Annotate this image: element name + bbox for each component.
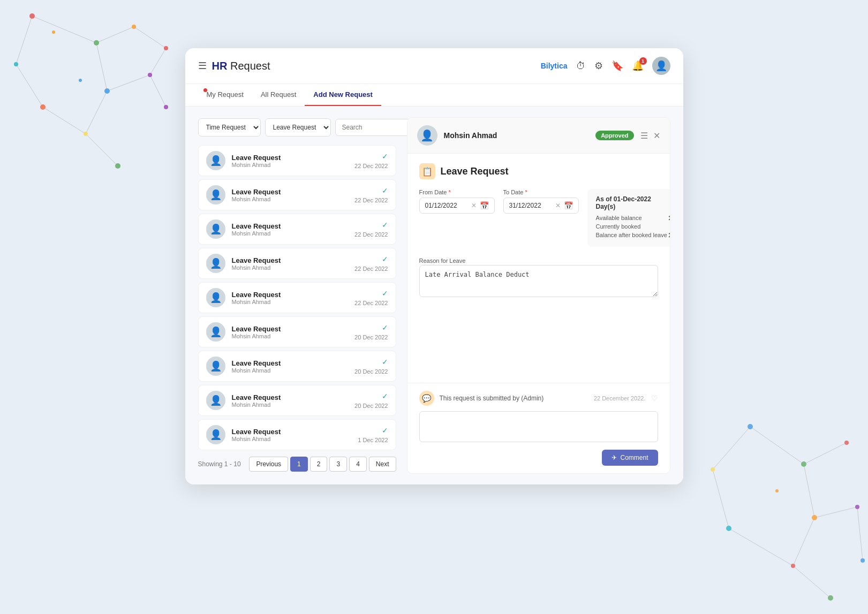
notification-badge: 1 [639, 57, 647, 65]
page-1-button[interactable]: 1 [290, 457, 308, 472]
request-item[interactable]: 👤 Leave Request Mohsin Ahmad ✓ 22 Dec 20… [198, 248, 396, 279]
request-item[interactable]: 👤 Leave Request Mohsin Ahmad ✓ 1 Dec 202… [198, 419, 396, 450]
tab-add-new-request[interactable]: Add New Request [305, 84, 381, 106]
request-user-name: Mohsin Ahmad [232, 196, 349, 202]
brand-label: Bilytica [541, 62, 568, 70]
check-icon: ✓ [382, 392, 388, 400]
right-panel: 👤 Mohsin Ahmad Approved ☰ ✕ 📋 Leave Requ… [407, 117, 670, 474]
detail-user-name: Mohsin Ahmad [444, 131, 590, 140]
bg-decoration-left [0, 0, 187, 214]
from-date-input[interactable] [425, 202, 468, 209]
app-title: HR Request [212, 60, 270, 72]
svg-line-25 [750, 427, 804, 464]
heart-icon[interactable]: ♡ [651, 394, 658, 403]
svg-line-10 [134, 27, 166, 48]
request-item[interactable]: 👤 Leave Request Mohsin Ahmad ✓ 22 Dec 20… [198, 145, 396, 176]
svg-point-37 [844, 441, 849, 445]
detail-body: 📋 Leave Request From Date * ✕ 📅 [407, 154, 670, 383]
request-title: Leave Request [232, 428, 352, 436]
request-info: Leave Request Mohsin Ahmad [232, 222, 349, 237]
request-item[interactable]: 👤 Leave Request Mohsin Ahmad ✓ 22 Dec 20… [198, 282, 396, 313]
svg-line-3 [107, 75, 150, 91]
svg-point-13 [94, 40, 99, 46]
svg-point-40 [711, 467, 715, 472]
svg-point-42 [791, 564, 795, 568]
svg-point-38 [812, 515, 817, 520]
bookmark-icon[interactable]: 🔖 [612, 60, 623, 72]
request-meta: ✓ 20 Dec 2022 [354, 323, 388, 340]
request-info: Leave Request Mohsin Ahmad [232, 359, 349, 374]
request-list: 👤 Leave Request Mohsin Ahmad ✓ 22 Dec 20… [198, 145, 396, 450]
header-left: ☰ HR Request [198, 60, 541, 72]
bell-icon[interactable]: 🔔 1 [632, 60, 644, 72]
request-item[interactable]: 👤 Leave Request Mohsin Ahmad ✓ 20 Dec 20… [198, 316, 396, 347]
to-date-clear[interactable]: ✕ [555, 202, 561, 209]
balance-available-row: Available balance 12 [596, 215, 670, 221]
comment-date: 22 December 2022. [594, 395, 646, 401]
request-item[interactable]: 👤 Leave Request Mohsin Ahmad ✓ 22 Dec 20… [198, 214, 396, 245]
close-icon[interactable]: ✕ [653, 131, 660, 141]
section-icon: 📋 [419, 163, 435, 179]
request-title: Leave Request [232, 359, 349, 367]
to-date-calendar-icon[interactable]: 📅 [564, 201, 573, 210]
request-meta: ✓ 22 Dec 2022 [354, 255, 388, 272]
request-meta: ✓ 20 Dec 2022 [354, 358, 388, 375]
request-date: 20 Dec 2022 [354, 368, 388, 375]
request-avatar: 👤 [206, 322, 225, 342]
nav-tabs: My Request All Request Add New Request [185, 84, 683, 107]
to-date-input-wrap: ✕ 📅 [503, 198, 579, 214]
svg-line-8 [86, 134, 118, 166]
request-avatar: 👤 [206, 254, 225, 273]
request-info: Leave Request Mohsin Ahmad [232, 154, 349, 168]
clock-icon[interactable]: ⏱ [576, 60, 586, 72]
check-icon: ✓ [382, 255, 388, 263]
request-title: Leave Request [232, 291, 349, 299]
subtype-filter-select[interactable]: Leave Request [265, 118, 331, 137]
settings-icon[interactable]: ⚙ [594, 60, 603, 72]
request-user-name: Mohsin Ahmad [232, 162, 349, 168]
svg-point-19 [84, 132, 88, 136]
comment-icon: 💬 [419, 391, 434, 406]
svg-line-2 [96, 43, 107, 91]
comment-input[interactable] [419, 411, 658, 442]
to-date-label: To Date * [503, 189, 579, 195]
request-title: Leave Request [232, 154, 349, 162]
check-icon: ✓ [382, 152, 388, 161]
page-4-button[interactable]: 4 [349, 457, 367, 472]
request-avatar: 👤 [206, 391, 225, 410]
svg-point-41 [726, 526, 731, 531]
next-button[interactable]: Next [369, 457, 396, 472]
request-title: Leave Request [232, 256, 349, 264]
request-item[interactable]: 👤 Leave Request Mohsin Ahmad ✓ 20 Dec 20… [198, 385, 396, 416]
from-date-group: From Date * ✕ 📅 [419, 189, 495, 214]
request-item[interactable]: 👤 Leave Request Mohsin Ahmad ✓ 22 Dec 20… [198, 179, 396, 210]
tab-my-request[interactable]: My Request [198, 84, 252, 106]
request-date: 22 Dec 2022 [354, 266, 388, 272]
request-user-name: Mohsin Ahmad [232, 401, 349, 408]
date-form-row: From Date * ✕ 📅 To Date * [419, 189, 658, 247]
comment-button[interactable]: ✈ Comment [602, 450, 658, 466]
comment-meta: 💬 This request is submitted by (Admin) 2… [419, 391, 658, 406]
to-date-input[interactable] [509, 202, 552, 209]
reason-textarea[interactable]: Late Arrival Balance Deduct [419, 265, 658, 297]
page-3-button[interactable]: 3 [329, 457, 347, 472]
svg-point-35 [748, 424, 753, 429]
avatar[interactable]: 👤 [652, 57, 670, 75]
hamburger-icon[interactable]: ☰ [198, 60, 207, 72]
from-date-calendar-icon[interactable]: 📅 [480, 201, 489, 210]
request-meta: ✓ 22 Dec 2022 [354, 152, 388, 169]
request-item[interactable]: 👤 Leave Request Mohsin Ahmad ✓ 20 Dec 20… [198, 351, 396, 382]
svg-line-33 [793, 566, 831, 598]
balance-as-of: As of 01-Dec-2022 Day(s) [596, 195, 670, 210]
filter-bar: Time Request Leave Request Total Records… [198, 117, 396, 138]
request-info: Leave Request Mohsin Ahmad [232, 428, 352, 442]
pagination-row: Showing 1 - 10 Previous 1 2 3 4 Next [198, 450, 396, 474]
type-filter-select[interactable]: Time Request [198, 118, 261, 137]
from-date-clear[interactable]: ✕ [471, 202, 477, 209]
page-2-button[interactable]: 2 [310, 457, 328, 472]
prev-button[interactable]: Previous [249, 457, 288, 472]
svg-line-1 [96, 27, 134, 43]
svg-line-32 [729, 528, 793, 566]
menu-icon[interactable]: ☰ [640, 131, 648, 141]
tab-all-request[interactable]: All Request [252, 84, 305, 106]
